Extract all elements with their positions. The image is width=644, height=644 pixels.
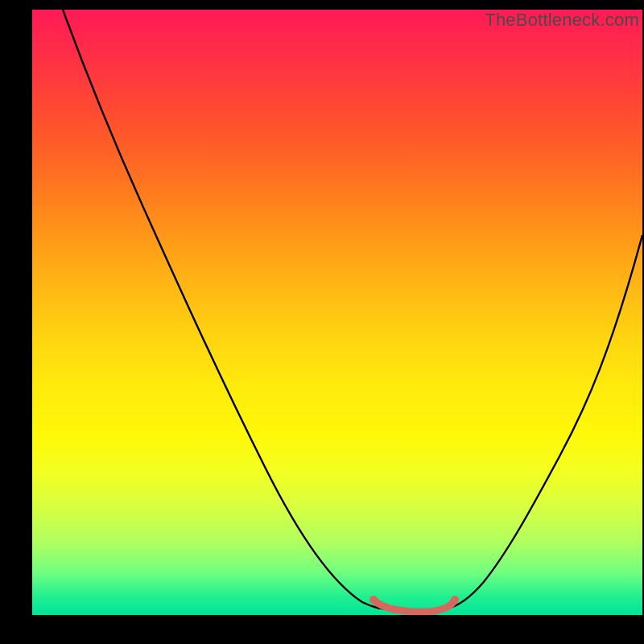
baseline-end-left	[369, 596, 378, 604]
baseline-marker	[374, 600, 455, 612]
baseline-end-right	[451, 596, 459, 604]
curve-left	[63, 10, 380, 609]
curve-layer	[32, 10, 642, 615]
plot-area: TheBottleneck.com	[32, 10, 642, 615]
watermark-label: TheBottleneck.com	[485, 10, 639, 31]
chart-frame: TheBottleneck.com	[0, 0, 644, 644]
curve-right	[447, 235, 642, 609]
